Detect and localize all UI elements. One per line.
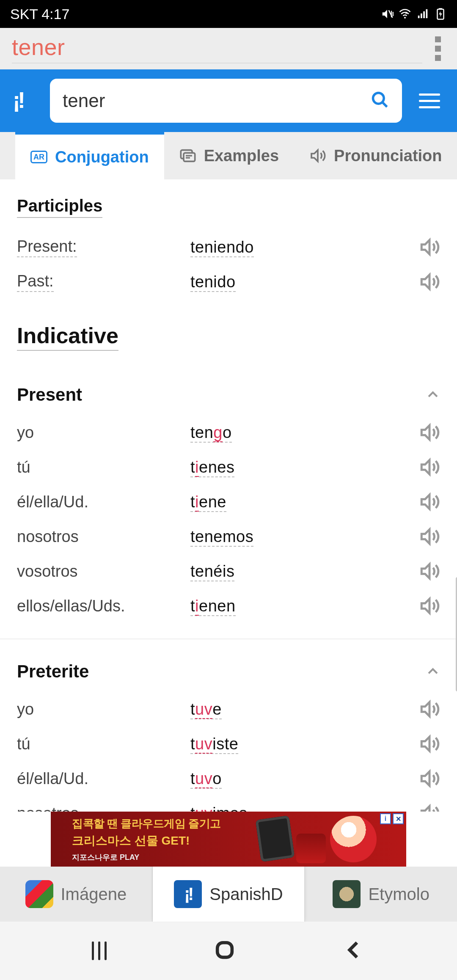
android-status-bar: SKT 4:17 <box>0 0 457 28</box>
play-audio-button[interactable] <box>419 271 440 292</box>
mute-vibrate-icon <box>381 8 394 20</box>
ad-line3: 지포스나우로 PLAY <box>72 852 221 862</box>
spanishdict-app-icon: ¡! <box>174 880 202 908</box>
play-audio-button[interactable] <box>419 422 440 443</box>
back-icon <box>343 939 365 961</box>
present-tense-header[interactable]: Present <box>17 385 440 405</box>
conjugation-row: yotuve <box>17 692 440 727</box>
conjugated-form: tiene <box>190 493 419 511</box>
play-audio-button[interactable] <box>419 526 440 547</box>
status-icons <box>381 8 447 20</box>
conjugation-row: él/ella/Ud.tuvo <box>17 761 440 796</box>
images-app-icon <box>25 880 53 908</box>
conjugation-row: nosotrostuvimos <box>17 796 440 812</box>
tab-examples[interactable]: Examples <box>164 132 294 179</box>
android-nav-bar <box>0 922 457 980</box>
menu-button[interactable] <box>415 89 444 113</box>
conjugated-form: tuvimos <box>190 804 419 812</box>
preterite-tense-header[interactable]: Preterite <box>17 661 440 682</box>
play-audio-button[interactable] <box>419 595 440 617</box>
pronoun-label: él/ella/Ud. <box>17 770 190 788</box>
conjugation-row: nosotrostenemos <box>17 519 440 554</box>
examples-icon <box>179 147 196 164</box>
pronoun-label: yo <box>17 424 190 442</box>
play-audio-button[interactable] <box>419 561 440 582</box>
pronunciation-icon <box>309 147 326 164</box>
play-audio-button[interactable] <box>419 237 440 258</box>
pronoun-label: yo <box>17 700 190 718</box>
chevron-up-icon <box>426 664 440 679</box>
tab-conjugation[interactable]: AR Conjugation <box>15 132 164 179</box>
present-tense-label: Present <box>17 385 82 405</box>
search-button[interactable] <box>371 91 389 111</box>
battery-charging-icon <box>434 8 447 20</box>
chevron-up-icon <box>426 388 440 402</box>
preterite-tense-label: Preterite <box>17 661 89 682</box>
play-audio-button[interactable] <box>419 803 440 812</box>
play-audio-button[interactable] <box>419 768 440 789</box>
search-box[interactable] <box>50 79 402 123</box>
browser-tab-imagenes[interactable]: Imágene <box>0 867 153 922</box>
app-header: ¡! <box>0 69 457 132</box>
participle-present-form: teniendo <box>190 238 419 256</box>
conjugation-row: él/ella/Ud.tiene <box>17 484 440 519</box>
home-button[interactable] <box>214 939 236 963</box>
pronoun-label: vosotros <box>17 562 190 581</box>
divider <box>0 639 457 639</box>
pronoun-label: tú <box>17 458 190 476</box>
participle-past-label: Past: <box>17 272 54 292</box>
participle-past-row: Past: tenido <box>17 264 440 299</box>
conjugation-row: vosotrostenéis <box>17 554 440 589</box>
play-audio-button[interactable] <box>419 733 440 754</box>
back-button[interactable] <box>343 939 365 963</box>
search-input[interactable] <box>63 90 371 111</box>
recents-button[interactable] <box>92 941 107 960</box>
conjugated-form: tuvo <box>190 770 419 788</box>
home-icon <box>214 939 236 961</box>
browser-tab-strip: Imágene ¡! SpanishD Etymolo <box>0 867 457 922</box>
tab-examples-label: Examples <box>204 147 279 165</box>
ad-banner[interactable]: 집콕할 땐 클라우드게임 즐기고 크리스마스 선물 GET! 지포스나우로 PL… <box>51 812 406 867</box>
browser-tab-label: Etymolo <box>368 885 429 904</box>
tab-pronunciation-label: Pronunciation <box>334 147 442 165</box>
indicative-heading: Indicative <box>17 323 118 351</box>
recents-icon <box>92 941 107 960</box>
conjugation-badge-icon: AR <box>30 151 47 163</box>
play-audio-button[interactable] <box>419 699 440 720</box>
conjugated-form: tuve <box>190 700 419 718</box>
browser-url-strip: tener <box>0 28 457 69</box>
participle-present-label: Present: <box>17 237 77 257</box>
pronoun-label: tú <box>17 735 190 753</box>
svg-line-5 <box>383 102 387 107</box>
tab-dictionary-partial[interactable]: ry <box>0 132 15 179</box>
svg-rect-11 <box>217 943 232 958</box>
ad-choices-badge[interactable]: i✕ <box>380 813 404 824</box>
search-icon <box>371 91 389 109</box>
conjugated-form: tienen <box>190 597 419 615</box>
conjugation-row: yotengo <box>17 415 440 450</box>
participle-present-row: Present: teniendo <box>17 230 440 264</box>
browser-tab-label: SpanishD <box>209 885 283 904</box>
spanishdict-logo-icon[interactable]: ¡! <box>13 88 37 113</box>
conjugated-form: tengo <box>190 424 419 442</box>
signal-icon <box>416 8 429 20</box>
page-title[interactable]: tener <box>12 34 422 63</box>
conjugated-form: tuviste <box>190 735 419 753</box>
conjugation-row: ellos/ellas/Uds.tienen <box>17 589 440 623</box>
tab-conjugation-label: Conjugation <box>55 148 149 166</box>
participles-heading: Participles <box>17 196 102 218</box>
pronoun-label: él/ella/Ud. <box>17 493 190 511</box>
browser-tab-spanishdict[interactable]: ¡! SpanishD <box>153 867 306 922</box>
pronoun-label: nosotros <box>17 528 190 546</box>
browser-tab-label: Imágene <box>61 885 127 904</box>
play-audio-button[interactable] <box>419 491 440 512</box>
etymology-app-icon <box>333 880 361 908</box>
play-audio-button[interactable] <box>419 457 440 478</box>
browser-tab-etymology[interactable]: Etymolo <box>305 867 457 922</box>
wifi-icon <box>399 8 411 20</box>
participle-past-form: tenido <box>190 273 419 291</box>
browser-more-menu[interactable] <box>431 32 445 65</box>
status-time: 4:17 <box>41 6 69 22</box>
tab-pronunciation[interactable]: Pronunciation <box>294 132 457 179</box>
conjugation-row: tútienes <box>17 450 440 484</box>
